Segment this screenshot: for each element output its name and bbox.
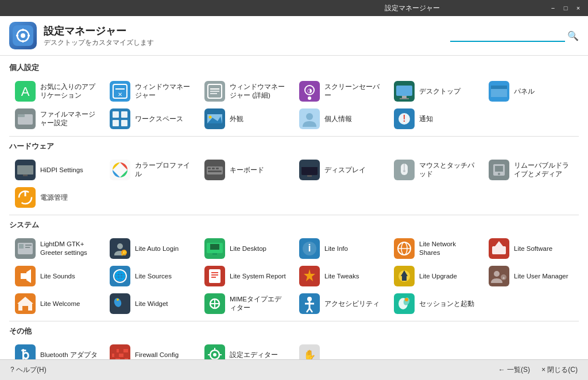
- item-mouse-touchpad[interactable]: マウスとタッチパッド: [388, 156, 483, 184]
- window-manager-detail-icon: [204, 81, 225, 102]
- item-screensaver[interactable]: ◑スクリーンセーバー: [293, 77, 388, 105]
- svg-point-2: [21, 33, 25, 38]
- section-separator: [9, 321, 579, 321]
- item-lite-welcome[interactable]: Lite Welcome: [9, 290, 104, 317]
- svg-rect-84: [212, 253, 217, 255]
- svg-rect-35: [113, 120, 119, 126]
- lite-software-icon: [489, 238, 509, 259]
- search-button[interactable]: 🔍: [567, 30, 579, 41]
- removable-icon: [489, 160, 509, 180]
- close-button[interactable]: ×: [573, 3, 583, 13]
- item-desktop[interactable]: デスクトップ: [388, 77, 483, 105]
- item-lite-info[interactable]: iLite Info: [293, 235, 388, 262]
- section-grid-hardware: HiDPI Settingsカラープロファイルキーボードディスプレイマウスとタッ…: [9, 156, 579, 211]
- lite-sources-label: Lite Sources: [135, 272, 172, 281]
- notifications-label: 通知: [419, 115, 433, 123]
- header-text: 設定マネージャー デスクトップをカスタマイズします: [44, 24, 154, 48]
- item-keyboard[interactable]: キーボード: [199, 156, 293, 184]
- lite-autologin-icon: 🔑: [110, 238, 130, 259]
- svg-rect-36: [121, 120, 127, 126]
- appearance-icon: [204, 108, 225, 129]
- item-lite-sources[interactable]: 🌐Lite Sources: [104, 262, 199, 290]
- header-left: 設定マネージャー デスクトップをカスタマイズします: [9, 22, 154, 49]
- window-manager-label: ウィンドウマネージャー: [135, 83, 193, 100]
- item-bluetooth[interactable]: ƀBluetooth アダプタ: [9, 341, 104, 359]
- svg-rect-54: [212, 168, 215, 169]
- item-accessibility[interactable]: アクセシビリティ: [293, 290, 388, 317]
- help-button[interactable]: ? ヘルプ(H): [7, 364, 50, 376]
- search-input[interactable]: [450, 30, 565, 42]
- svg-text:◑: ◑: [307, 87, 312, 94]
- panel-icon: [489, 81, 509, 102]
- svg-rect-28: [491, 86, 507, 89]
- svg-point-64: [403, 170, 405, 172]
- item-favorite-apps[interactable]: Aお気に入りのアプリケーション: [9, 77, 104, 105]
- back-button[interactable]: ← 一覧(S): [495, 364, 533, 376]
- item-lite-software[interactable]: Lite Software: [483, 235, 578, 262]
- window-manager-icon: ✕: [110, 81, 130, 102]
- footer: ? ヘルプ(H) ← 一覧(S) × 閉じる(C): [0, 359, 588, 380]
- lite-system-report-icon: [204, 266, 225, 286]
- item-unknown[interactable]: ✋: [293, 341, 388, 359]
- item-lite-system-report[interactable]: Lite System Report: [199, 262, 293, 290]
- item-window-manager[interactable]: ✕ウィンドウマネージャー: [104, 77, 199, 105]
- item-lite-network-shares[interactable]: Lite Network Shares: [388, 235, 483, 262]
- lite-system-report-label: Lite System Report: [230, 272, 286, 281]
- item-lite-autologin[interactable]: 🔑Lite Auto Login: [104, 235, 199, 262]
- minimize-button[interactable]: −: [548, 3, 558, 13]
- lite-sounds-label: Lite Sounds: [40, 272, 75, 281]
- svg-point-121: [117, 298, 119, 301]
- svg-rect-48: [23, 175, 28, 176]
- workspace-icon: [110, 108, 130, 129]
- item-notifications[interactable]: !通知: [388, 105, 483, 133]
- item-panel[interactable]: パネル: [483, 77, 578, 105]
- item-lite-tweaks[interactable]: Lite Tweaks: [293, 262, 388, 290]
- session-startup-label: セッションと起動: [419, 300, 474, 308]
- desktop-icon: [394, 81, 415, 102]
- svg-rect-143: [114, 354, 119, 357]
- svg-rect-60: [301, 165, 318, 167]
- svg-rect-93: [492, 246, 506, 254]
- appearance-label: 外観: [230, 115, 243, 123]
- item-appearance[interactable]: 外観: [199, 105, 293, 133]
- item-removable[interactable]: リムーバブルドライブとメディア: [483, 156, 578, 184]
- svg-text:!: !: [403, 114, 405, 123]
- item-lite-user-manager[interactable]: +Lite User Manager: [483, 262, 578, 290]
- screensaver-icon: ◑: [299, 81, 320, 102]
- lite-info-icon: i: [299, 238, 320, 259]
- svg-rect-56: [208, 170, 222, 172]
- svg-point-127: [307, 297, 312, 301]
- hidpi-label: HiDPI Settings: [40, 166, 83, 175]
- item-power[interactable]: 電源管理: [9, 184, 104, 211]
- file-manager-icon: [15, 108, 36, 129]
- item-display[interactable]: ディスプレイ: [293, 156, 388, 184]
- lite-upgrade-label: Lite Upgrade: [419, 272, 457, 281]
- lite-user-manager-label: Lite User Manager: [514, 272, 568, 281]
- panel-label: パネル: [514, 87, 535, 96]
- mouse-touchpad-label: マウスとタッチパッド: [419, 161, 477, 179]
- close-button-footer[interactable]: × 閉じる(C): [538, 364, 581, 376]
- item-color-profile[interactable]: カラープロファイル: [104, 156, 199, 184]
- item-lite-widget[interactable]: Lite Widget: [104, 290, 199, 317]
- item-lite-desktop[interactable]: Lite Desktop: [199, 235, 293, 262]
- item-firewall[interactable]: Firewall Config: [104, 341, 199, 359]
- lite-autologin-label: Lite Auto Login: [135, 245, 179, 253]
- item-lightdm[interactable]: LightDM GTK+ Greeter settings: [9, 235, 104, 262]
- svg-rect-111: [402, 276, 407, 281]
- item-hidpi[interactable]: HiDPI Settings: [9, 156, 104, 184]
- item-personal-info[interactable]: 個人情報: [293, 105, 388, 133]
- item-lite-sounds[interactable]: Lite Sounds: [9, 262, 104, 290]
- file-manager-label: ファイルマネージャー設定: [40, 110, 98, 127]
- bluetooth-icon: ƀ: [15, 344, 36, 359]
- item-file-manager[interactable]: ファイルマネージャー設定: [9, 105, 104, 133]
- item-mime-editor[interactable]: MIMEタイプエディター: [199, 290, 293, 317]
- item-lite-upgrade[interactable]: Lite Upgrade: [388, 262, 483, 290]
- display-icon: [299, 160, 320, 180]
- item-workspace[interactable]: ワークスペース: [104, 105, 199, 133]
- hidpi-icon: [15, 160, 36, 180]
- maximize-button[interactable]: □: [560, 3, 571, 13]
- item-settings-editor[interactable]: 設定エディター: [199, 341, 293, 359]
- item-window-manager-detail[interactable]: ウィンドウマネージャー (詳細): [199, 77, 293, 105]
- item-session-startup[interactable]: セッションと起動: [388, 290, 483, 317]
- svg-point-113: [494, 271, 500, 277]
